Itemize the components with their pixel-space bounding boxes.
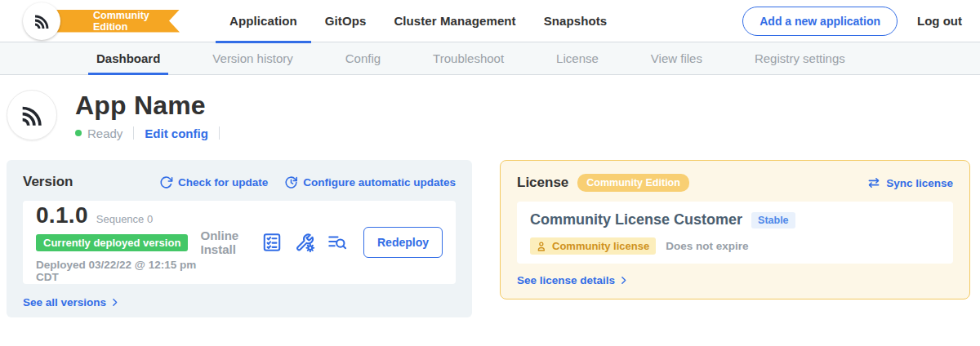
community-edition-flag: Community Edition: [56, 10, 180, 33]
license-card-header: License Community Edition Sync license: [517, 174, 953, 192]
subtab-view-files[interactable]: View files: [643, 42, 710, 74]
subtab-version-history[interactable]: Version history: [204, 42, 301, 74]
page-title: App Name: [75, 91, 230, 121]
subtab-license-label: License: [556, 51, 599, 65]
see-all-versions-label: See all versions: [23, 296, 106, 308]
license-type-label: Community license: [552, 240, 649, 252]
edit-config-link[interactable]: Edit config: [145, 126, 208, 140]
brand-logo-group: Community Edition: [23, 0, 180, 42]
version-card-header: Version Check for update: [23, 174, 456, 190]
logout-link[interactable]: Log out: [917, 14, 969, 28]
license-type-row: Community license Does not expire: [530, 237, 940, 255]
see-license-details-label: See license details: [517, 274, 615, 286]
subtab-config-label: Config: [345, 51, 381, 65]
license-card: License Community Edition Sync license C…: [500, 160, 970, 299]
subtab-dashboard-label: Dashboard: [96, 51, 160, 65]
app-avatar: [7, 90, 57, 140]
customer-row: Community License Customer Stable: [530, 211, 940, 228]
app-subnav: Dashboard Version history Config Trouble…: [0, 42, 980, 75]
top-navbar: Community Edition Application GitOps Clu…: [0, 0, 980, 42]
subtab-registry-settings[interactable]: Registry settings: [746, 42, 853, 74]
chevron-right-icon: [618, 275, 629, 286]
install-type-label: Online Install: [200, 228, 246, 256]
tab-cluster-management-label: Cluster Management: [394, 14, 515, 28]
redeploy-button[interactable]: Redeploy: [363, 227, 443, 258]
sync-arrows-icon: [866, 175, 881, 190]
version-card-title: Version: [23, 174, 73, 190]
see-license-details-link[interactable]: See license details: [517, 274, 953, 286]
subtab-view-files-label: View files: [651, 51, 702, 65]
customer-name: Community License Customer: [530, 211, 742, 228]
version-action-icons: [261, 232, 348, 253]
version-number: 0.1.0: [36, 202, 88, 228]
person-icon: [537, 241, 548, 252]
primary-nav-tabs: Application GitOps Cluster Management Sn…: [216, 0, 621, 42]
auto-update-clock-icon: [284, 175, 298, 189]
subtab-config[interactable]: Config: [337, 42, 389, 74]
license-type-badge: Community license: [530, 237, 656, 255]
version-details: 0.1.0 Sequence 0 Currently deployed vers…: [36, 202, 200, 283]
tab-application-label: Application: [229, 14, 297, 28]
check-for-update-label: Check for update: [178, 176, 268, 189]
ready-status-dot: [75, 130, 82, 136]
view-diff-icon[interactable]: [327, 232, 348, 253]
replicated-logo[interactable]: [23, 2, 60, 40]
app-header: App Name Ready Edit config: [7, 90, 980, 140]
tab-cluster-management[interactable]: Cluster Management: [380, 0, 529, 42]
license-card-title: License: [517, 175, 568, 191]
chevron-right-icon: [109, 297, 120, 308]
edit-config-wrench-icon[interactable]: [294, 232, 315, 253]
add-new-application-button[interactable]: Add a new application: [742, 7, 898, 36]
edition-flag-label: Community Edition: [93, 10, 180, 33]
license-header-links: Sync license: [866, 175, 953, 190]
preflight-checks-icon[interactable]: [261, 232, 283, 253]
configure-automatic-updates-label: Configure automatic updates: [303, 176, 456, 189]
community-edition-badge: Community Edition: [577, 174, 689, 192]
version-actions: Online Install: [200, 227, 443, 258]
status-badge: Ready: [87, 126, 122, 140]
configure-automatic-updates-link[interactable]: Configure automatic updates: [284, 175, 456, 189]
subtab-registry-settings-label: Registry settings: [755, 51, 845, 65]
currently-deployed-badge: Currently deployed version: [36, 234, 188, 251]
subtab-license[interactable]: License: [548, 42, 607, 74]
app-logo-icon: [18, 101, 46, 129]
channel-badge: Stable: [751, 212, 795, 228]
app-status-row: Ready Edit config: [75, 126, 230, 140]
check-for-update-link[interactable]: Check for update: [159, 175, 268, 189]
subtab-dashboard[interactable]: Dashboard: [88, 42, 168, 74]
subtab-troubleshoot[interactable]: Troubleshoot: [425, 42, 512, 74]
license-details-panel: Community License Customer Stable Commun…: [517, 202, 953, 264]
tab-gitops-label: GitOps: [325, 14, 367, 28]
subtab-troubleshoot-label: Troubleshoot: [433, 51, 504, 65]
sync-license-label: Sync license: [886, 177, 953, 189]
topnav-right-group: Add a new application Log out: [742, 7, 969, 36]
current-version-panel: 0.1.0 Sequence 0 Currently deployed vers…: [23, 201, 456, 284]
sync-license-link[interactable]: Sync license: [866, 175, 953, 190]
tab-snapshots[interactable]: Snapshots: [530, 0, 621, 42]
tab-gitops[interactable]: GitOps: [311, 0, 381, 42]
version-header-links: Check for update Configure automatic upd…: [159, 175, 456, 189]
divider: [133, 126, 134, 140]
version-card: Version Check for update: [7, 160, 472, 317]
app-title-block: App Name Ready Edit config: [75, 91, 230, 140]
tab-application[interactable]: Application: [216, 0, 311, 42]
deployed-timestamp: Deployed 03/22/22 @ 12:15 pm CDT: [36, 259, 200, 283]
dashboard-cards: Version Check for update: [7, 160, 970, 317]
tab-snapshots-label: Snapshots: [544, 14, 608, 28]
divider: [219, 126, 220, 140]
subtab-version-history-label: Version history: [212, 51, 292, 65]
replicated-logo-icon: [32, 11, 51, 31]
see-all-versions-link[interactable]: See all versions: [23, 296, 456, 308]
sequence-label: Sequence 0: [96, 213, 153, 225]
refresh-icon: [159, 175, 173, 189]
expiry-label: Does not expire: [666, 240, 748, 252]
